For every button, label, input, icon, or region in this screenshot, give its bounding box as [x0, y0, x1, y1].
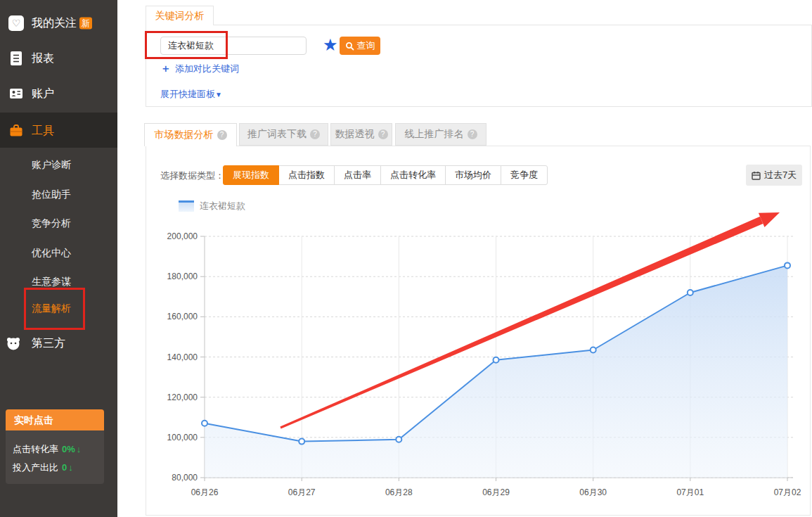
- caret-down-icon: ▼: [215, 91, 222, 98]
- x-axis-label: 06月29: [482, 487, 510, 497]
- data-point: [299, 439, 304, 445]
- sidebar-item-reports[interactable]: 报表: [0, 48, 117, 69]
- report-icon: [8, 51, 24, 66]
- data-point: [396, 437, 401, 442]
- x-axis-label: 06月27: [288, 487, 316, 497]
- date-range-label: 过去7天: [764, 169, 797, 181]
- sidebar: ♡ 我的关注 新 报表 账户: [0, 0, 117, 517]
- realtime-row-ctr: 点击转化率0%↓: [13, 443, 97, 456]
- x-axis-label: 07月02: [774, 487, 801, 497]
- sidebar-item-label: 工具: [32, 124, 54, 139]
- add-compare-keyword-label: 添加对比关键词: [175, 63, 239, 74]
- sidebar-subitem-traffic-analysis[interactable]: 流量解析: [32, 302, 71, 315]
- expand-quick-panel-link[interactable]: 展开快捷面板▼: [160, 88, 222, 101]
- help-icon[interactable]: ?: [378, 129, 388, 139]
- data-type-label: 选择数据类型：: [160, 170, 224, 182]
- sidebar-subitem-business-advisor[interactable]: 生意参谋: [32, 276, 71, 288]
- sidebar-subitem-account-diagnosis[interactable]: 账户诊断: [32, 159, 71, 172]
- x-axis-label: 06月28: [385, 487, 413, 497]
- sidebar-subitem-rank-assistant[interactable]: 抢位助手: [32, 189, 71, 201]
- new-badge: 新: [79, 18, 92, 30]
- realtime-row-roi: 投入产出比0↓: [13, 461, 97, 474]
- third-party-icon: [6, 336, 21, 351]
- sidebar-item-tools[interactable]: 工具: [0, 113, 117, 148]
- data-type-button-group: 展现指数 点击指数 点击率 点击转化率 市场均价 竞争度: [223, 165, 548, 185]
- tab-market-data-analysis[interactable]: 市场数据分析?: [144, 123, 237, 146]
- data-point: [202, 421, 207, 426]
- sidebar-item-my-follow[interactable]: ♡ 我的关注 新: [0, 13, 117, 34]
- expand-quick-panel-label: 展开快捷面板: [160, 89, 215, 99]
- trend-arrow-head: [759, 212, 780, 227]
- data-point: [785, 262, 790, 268]
- metric-label: 投入产出比: [13, 462, 58, 473]
- help-icon[interactable]: ?: [468, 129, 477, 139]
- data-type-impression-index[interactable]: 展现指数: [223, 165, 279, 185]
- y-axis-label: 80,000: [172, 473, 198, 483]
- metric-value: 0: [62, 462, 67, 473]
- sidebar-item-label: 报表: [32, 51, 54, 66]
- data-point: [591, 347, 596, 353]
- heart-icon: ♡: [8, 15, 24, 31]
- help-icon[interactable]: ?: [310, 129, 320, 139]
- x-axis-label: 06月26: [191, 487, 219, 497]
- account-card-icon: [8, 86, 24, 101]
- y-axis-label: 180,000: [167, 272, 198, 281]
- trend-down-icon: ↓: [77, 444, 82, 454]
- add-compare-keyword-link[interactable]: ＋添加对比关键词: [160, 62, 239, 75]
- tab-label: 数据透视: [335, 128, 375, 141]
- tab-label: 推广词表下载: [247, 128, 307, 141]
- y-axis-label: 160,000: [167, 312, 198, 321]
- sidebar-item-account[interactable]: 账户: [0, 83, 117, 104]
- sidebar-item-label: 账户: [32, 87, 54, 101]
- tab-label: 线上推广排名: [405, 128, 464, 141]
- tab-data-pivot[interactable]: 数据透视?: [330, 123, 392, 146]
- sidebar-subitem-competition-analysis[interactable]: 竞争分析: [32, 217, 71, 230]
- market-data-panel: 选择数据类型： 展现指数 点击指数 点击率 点击转化率 市场均价 竞争度 过去7…: [146, 146, 811, 516]
- tab-promo-wordlist-download[interactable]: 推广词表下载?: [239, 123, 328, 146]
- data-type-market-avg-price[interactable]: 市场均价: [445, 165, 501, 185]
- y-axis-label: 200,000: [167, 231, 198, 241]
- data-type-ctr[interactable]: 点击率: [334, 165, 381, 185]
- line-chart: 80,000100,000120,000140,000160,000180,00…: [152, 207, 809, 504]
- keyword-input[interactable]: [160, 37, 307, 55]
- data-point: [494, 357, 499, 363]
- metric-label: 点击转化率: [13, 444, 58, 454]
- tab-keyword-analysis[interactable]: 关键词分析: [146, 6, 214, 25]
- help-icon[interactable]: ?: [217, 130, 227, 140]
- y-axis-label: 120,000: [167, 392, 198, 402]
- calendar-icon: [752, 171, 761, 180]
- sidebar-item-label: 我的关注: [32, 16, 77, 31]
- sidebar-subitem-optimization-center[interactable]: 优化中心: [32, 247, 71, 260]
- realtime-panel-body: 点击转化率0%↓ 投入产出比0↓: [6, 430, 104, 484]
- y-axis-label: 140,000: [167, 352, 198, 362]
- sidebar-item-label: 第三方: [32, 336, 65, 351]
- data-type-click-index[interactable]: 点击指数: [278, 165, 335, 185]
- realtime-click-panel: 实时点击 点击转化率0%↓ 投入产出比0↓: [6, 409, 104, 484]
- search-icon: [345, 42, 354, 51]
- x-axis-label: 07月01: [676, 487, 704, 497]
- trend-down-icon: ↓: [68, 462, 73, 473]
- x-axis-label: 06月30: [579, 487, 607, 497]
- data-type-competition[interactable]: 竞争度: [501, 165, 548, 185]
- date-range-button[interactable]: 过去7天: [746, 165, 802, 186]
- data-type-conversion-rate[interactable]: 点击转化率: [380, 165, 446, 185]
- plus-icon: ＋: [160, 62, 171, 74]
- sidebar-item-third-party[interactable]: 第三方: [0, 333, 117, 354]
- favorite-star-icon[interactable]: ★: [323, 35, 338, 55]
- y-axis-label: 100,000: [167, 433, 198, 442]
- tab-label: 市场数据分析: [155, 129, 214, 141]
- metric-value: 0%: [62, 444, 75, 454]
- query-button[interactable]: 查询: [340, 37, 380, 55]
- tab-online-promo-ranking[interactable]: 线上推广排名?: [395, 123, 486, 146]
- briefcase-icon: [8, 122, 24, 138]
- realtime-panel-title: 实时点击: [6, 409, 104, 430]
- query-button-label: 查询: [357, 39, 375, 52]
- data-point: [688, 290, 693, 295]
